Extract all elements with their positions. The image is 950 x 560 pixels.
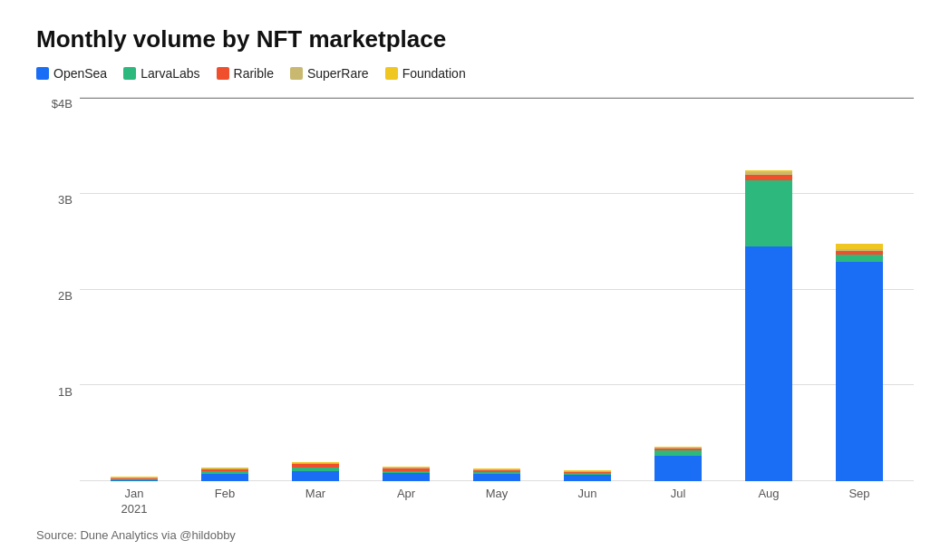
bars-row <box>80 97 914 481</box>
bar-group <box>89 477 179 481</box>
bar-stack <box>383 467 430 481</box>
bar-group <box>814 244 905 481</box>
bar-segment-opensea <box>836 262 883 481</box>
legend-label: OpenSea <box>53 66 107 81</box>
bar-segment-opensea <box>745 246 792 481</box>
legend: OpenSea LarvaLabs Rarible SuperRare Foun… <box>36 66 914 81</box>
bar-stack <box>292 462 339 481</box>
bar-stack <box>111 477 158 481</box>
bar-stack <box>654 447 702 481</box>
bar-group <box>451 468 542 481</box>
legend-color <box>385 67 398 80</box>
bar-segment-opensea <box>111 480 158 481</box>
legend-item-superrare: SuperRare <box>290 66 369 81</box>
y-label: 3B <box>58 193 73 207</box>
legend-label: SuperRare <box>307 66 369 81</box>
legend-item-larvalabs: LarvaLabs <box>123 66 199 81</box>
chart-container: Monthly volume by NFT marketplace OpenSe… <box>0 0 950 560</box>
legend-item-rarible: Rarible <box>217 66 274 81</box>
x-label: Jun <box>542 487 633 519</box>
chart-area: $4B3B2B1B Jan2021FebMarAprMayJunJulAugSe… <box>36 97 914 519</box>
x-label: Sep <box>814 487 905 519</box>
bar-segment-opensea <box>292 471 339 481</box>
bar-stack <box>473 468 520 481</box>
x-axis: Jan2021FebMarAprMayJunJulAugSep <box>80 481 914 519</box>
legend-item-opensea: OpenSea <box>36 66 107 81</box>
bar-segment-larvalabs <box>745 180 792 246</box>
bar-group <box>361 467 451 481</box>
legend-label: Foundation <box>402 66 466 81</box>
bar-stack <box>836 244 883 481</box>
legend-color <box>123 67 136 80</box>
x-label: May <box>451 487 542 519</box>
x-label: Aug <box>723 487 814 519</box>
bar-stack <box>564 470 611 481</box>
bar-segment-opensea <box>564 475 611 481</box>
x-label: Feb <box>179 487 270 519</box>
y-label: 2B <box>58 289 73 303</box>
source-label: Source: Dune Analytics via @hildobby <box>36 528 914 542</box>
bar-group <box>633 447 723 481</box>
legend-label: Rarible <box>234 66 274 81</box>
y-axis: $4B3B2B1B <box>36 97 80 519</box>
legend-color <box>36 67 49 80</box>
legend-label: LarvaLabs <box>141 66 199 81</box>
x-label: Apr <box>361 487 451 519</box>
y-label: $4B <box>52 97 73 111</box>
bar-group <box>542 470 633 481</box>
y-label: 1B <box>58 385 73 399</box>
bar-segment-larvalabs <box>836 255 883 263</box>
bar-group <box>270 462 361 481</box>
x-label: Jan2021 <box>89 487 179 519</box>
bar-stack <box>745 170 792 481</box>
x-label: Jul <box>633 487 723 519</box>
bars-and-x: Jan2021FebMarAprMayJunJulAugSep <box>80 97 914 519</box>
legend-color <box>217 67 229 80</box>
bar-group <box>723 170 814 481</box>
x-label: Mar <box>270 487 361 519</box>
bar-stack <box>201 468 248 481</box>
bar-segment-opensea <box>654 456 702 481</box>
legend-item-foundation: Foundation <box>385 66 466 81</box>
bar-segment-opensea <box>473 474 520 481</box>
legend-color <box>290 67 303 80</box>
chart-title: Monthly volume by NFT marketplace <box>36 25 914 53</box>
bar-segment-opensea <box>383 473 430 481</box>
bar-group <box>179 468 270 481</box>
bars-region <box>80 97 914 481</box>
bar-segment-opensea <box>201 474 248 481</box>
